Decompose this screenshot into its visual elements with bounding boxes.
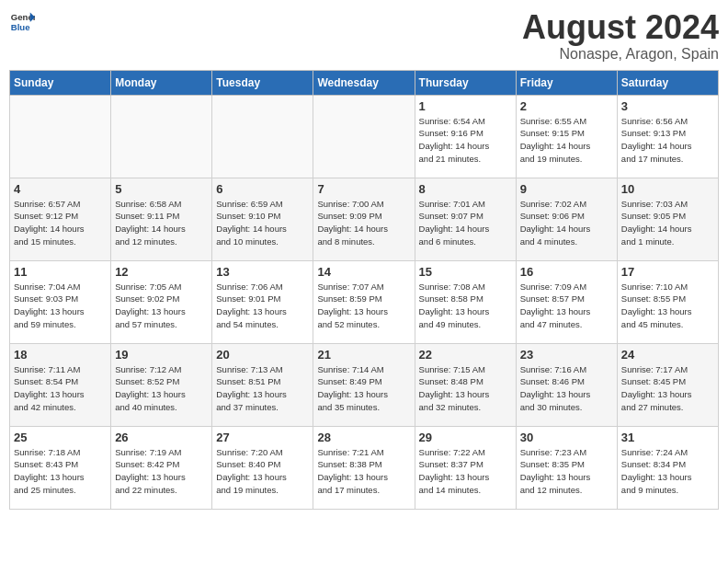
calendar-cell: 21Sunrise: 7:14 AM Sunset: 8:49 PM Dayli…	[313, 343, 415, 426]
calendar-cell: 1Sunrise: 6:54 AM Sunset: 9:16 PM Daylig…	[415, 95, 516, 178]
day-info: Sunrise: 7:21 AM Sunset: 8:38 PM Dayligh…	[317, 446, 410, 497]
calendar-cell: 2Sunrise: 6:55 AM Sunset: 9:15 PM Daylig…	[516, 95, 617, 178]
day-info: Sunrise: 7:22 AM Sunset: 8:37 PM Dayligh…	[419, 446, 512, 497]
month-year: August 2024	[522, 9, 719, 46]
day-number: 13	[216, 265, 309, 279]
day-number: 9	[520, 182, 613, 196]
weekday-header-row: SundayMondayTuesdayWednesdayThursdayFrid…	[10, 70, 719, 95]
day-number: 6	[216, 182, 309, 196]
calendar-cell: 29Sunrise: 7:22 AM Sunset: 8:37 PM Dayli…	[415, 426, 516, 509]
day-number: 11	[14, 265, 107, 279]
day-number: 28	[317, 431, 410, 444]
calendar-cell: 19Sunrise: 7:12 AM Sunset: 8:52 PM Dayli…	[111, 343, 212, 426]
day-number: 26	[115, 431, 208, 444]
page-header: General Blue August 2024 Nonaspe, Aragon…	[9, 9, 719, 63]
location: Nonaspe, Aragon, Spain	[522, 46, 719, 63]
calendar-cell	[313, 95, 415, 178]
calendar-cell: 7Sunrise: 7:00 AM Sunset: 9:09 PM Daylig…	[313, 178, 415, 260]
day-info: Sunrise: 7:24 AM Sunset: 8:34 PM Dayligh…	[621, 446, 714, 497]
weekday-header-sunday: Sunday	[10, 70, 111, 95]
day-info: Sunrise: 7:09 AM Sunset: 8:57 PM Dayligh…	[520, 281, 613, 331]
day-number: 24	[621, 348, 714, 362]
calendar-cell: 23Sunrise: 7:16 AM Sunset: 8:46 PM Dayli…	[516, 343, 617, 426]
calendar-week-1: 1Sunrise: 6:54 AM Sunset: 9:16 PM Daylig…	[10, 95, 719, 178]
day-number: 21	[317, 348, 410, 362]
day-number: 25	[14, 431, 107, 444]
calendar-cell: 30Sunrise: 7:23 AM Sunset: 8:35 PM Dayli…	[516, 426, 617, 509]
day-number: 17	[621, 265, 714, 279]
day-number: 27	[216, 431, 309, 444]
day-number: 3	[621, 99, 714, 113]
calendar-cell: 27Sunrise: 7:20 AM Sunset: 8:40 PM Dayli…	[212, 426, 313, 509]
day-info: Sunrise: 7:05 AM Sunset: 9:02 PM Dayligh…	[115, 281, 208, 331]
day-info: Sunrise: 7:03 AM Sunset: 9:05 PM Dayligh…	[621, 198, 714, 248]
day-info: Sunrise: 7:18 AM Sunset: 8:43 PM Dayligh…	[14, 446, 107, 497]
day-info: Sunrise: 7:19 AM Sunset: 8:42 PM Dayligh…	[115, 446, 208, 497]
calendar-cell: 12Sunrise: 7:05 AM Sunset: 9:02 PM Dayli…	[111, 260, 212, 343]
day-info: Sunrise: 7:01 AM Sunset: 9:07 PM Dayligh…	[419, 198, 512, 248]
day-info: Sunrise: 6:54 AM Sunset: 9:16 PM Dayligh…	[419, 115, 512, 166]
day-number: 12	[115, 265, 208, 279]
day-info: Sunrise: 6:58 AM Sunset: 9:11 PM Dayligh…	[115, 198, 208, 248]
day-number: 31	[621, 431, 714, 444]
day-info: Sunrise: 7:04 AM Sunset: 9:03 PM Dayligh…	[14, 281, 107, 331]
day-info: Sunrise: 6:59 AM Sunset: 9:10 PM Dayligh…	[216, 198, 309, 248]
weekday-header-saturday: Saturday	[617, 70, 718, 95]
day-info: Sunrise: 6:56 AM Sunset: 9:13 PM Dayligh…	[621, 115, 714, 166]
day-number: 1	[419, 99, 512, 113]
day-info: Sunrise: 7:02 AM Sunset: 9:06 PM Dayligh…	[520, 198, 613, 248]
calendar-cell: 8Sunrise: 7:01 AM Sunset: 9:07 PM Daylig…	[415, 178, 516, 260]
day-info: Sunrise: 7:17 AM Sunset: 8:45 PM Dayligh…	[621, 363, 714, 414]
day-number: 19	[115, 348, 208, 362]
title-area: August 2024 Nonaspe, Aragon, Spain	[522, 9, 719, 63]
calendar-cell: 28Sunrise: 7:21 AM Sunset: 8:38 PM Dayli…	[313, 426, 415, 509]
calendar-cell: 9Sunrise: 7:02 AM Sunset: 9:06 PM Daylig…	[516, 178, 617, 260]
calendar-cell: 3Sunrise: 6:56 AM Sunset: 9:13 PM Daylig…	[617, 95, 718, 178]
day-info: Sunrise: 7:07 AM Sunset: 8:59 PM Dayligh…	[317, 281, 410, 331]
calendar-cell: 20Sunrise: 7:13 AM Sunset: 8:51 PM Dayli…	[212, 343, 313, 426]
day-info: Sunrise: 7:13 AM Sunset: 8:51 PM Dayligh…	[216, 363, 309, 414]
svg-text:Blue: Blue	[11, 22, 30, 32]
day-info: Sunrise: 6:57 AM Sunset: 9:12 PM Dayligh…	[14, 198, 107, 248]
day-number: 7	[317, 182, 410, 196]
calendar-cell: 16Sunrise: 7:09 AM Sunset: 8:57 PM Dayli…	[516, 260, 617, 343]
calendar-cell: 11Sunrise: 7:04 AM Sunset: 9:03 PM Dayli…	[10, 260, 111, 343]
calendar-week-2: 4Sunrise: 6:57 AM Sunset: 9:12 PM Daylig…	[10, 178, 719, 260]
day-info: Sunrise: 7:15 AM Sunset: 8:48 PM Dayligh…	[419, 363, 512, 414]
logo: General Blue	[9, 9, 35, 35]
day-number: 14	[317, 265, 410, 279]
day-number: 18	[14, 348, 107, 362]
calendar-cell: 15Sunrise: 7:08 AM Sunset: 8:58 PM Dayli…	[415, 260, 516, 343]
day-number: 20	[216, 348, 309, 362]
calendar-cell: 31Sunrise: 7:24 AM Sunset: 8:34 PM Dayli…	[617, 426, 718, 509]
day-info: Sunrise: 7:20 AM Sunset: 8:40 PM Dayligh…	[216, 446, 309, 497]
calendar-week-5: 25Sunrise: 7:18 AM Sunset: 8:43 PM Dayli…	[10, 426, 719, 509]
calendar-cell: 25Sunrise: 7:18 AM Sunset: 8:43 PM Dayli…	[10, 426, 111, 509]
calendar-cell: 4Sunrise: 6:57 AM Sunset: 9:12 PM Daylig…	[10, 178, 111, 260]
weekday-header-thursday: Thursday	[415, 70, 516, 95]
calendar-table: SundayMondayTuesdayWednesdayThursdayFrid…	[9, 70, 719, 510]
day-info: Sunrise: 7:14 AM Sunset: 8:49 PM Dayligh…	[317, 363, 410, 414]
day-info: Sunrise: 7:12 AM Sunset: 8:52 PM Dayligh…	[115, 363, 208, 414]
calendar-cell: 24Sunrise: 7:17 AM Sunset: 8:45 PM Dayli…	[617, 343, 718, 426]
calendar-cell: 5Sunrise: 6:58 AM Sunset: 9:11 PM Daylig…	[111, 178, 212, 260]
day-number: 15	[419, 265, 512, 279]
day-number: 29	[419, 431, 512, 444]
calendar-cell: 13Sunrise: 7:06 AM Sunset: 9:01 PM Dayli…	[212, 260, 313, 343]
day-info: Sunrise: 7:06 AM Sunset: 9:01 PM Dayligh…	[216, 281, 309, 331]
day-number: 10	[621, 182, 714, 196]
calendar-week-3: 11Sunrise: 7:04 AM Sunset: 9:03 PM Dayli…	[10, 260, 719, 343]
day-number: 22	[419, 348, 512, 362]
day-number: 8	[419, 182, 512, 196]
weekday-header-wednesday: Wednesday	[313, 70, 415, 95]
calendar-cell: 6Sunrise: 6:59 AM Sunset: 9:10 PM Daylig…	[212, 178, 313, 260]
calendar-cell: 18Sunrise: 7:11 AM Sunset: 8:54 PM Dayli…	[10, 343, 111, 426]
calendar-cell: 17Sunrise: 7:10 AM Sunset: 8:55 PM Dayli…	[617, 260, 718, 343]
weekday-header-friday: Friday	[516, 70, 617, 95]
day-info: Sunrise: 7:16 AM Sunset: 8:46 PM Dayligh…	[520, 363, 613, 414]
day-info: Sunrise: 7:11 AM Sunset: 8:54 PM Dayligh…	[14, 363, 107, 414]
weekday-header-tuesday: Tuesday	[212, 70, 313, 95]
day-info: Sunrise: 6:55 AM Sunset: 9:15 PM Dayligh…	[520, 115, 613, 166]
day-number: 30	[520, 431, 613, 444]
day-info: Sunrise: 7:23 AM Sunset: 8:35 PM Dayligh…	[520, 446, 613, 497]
